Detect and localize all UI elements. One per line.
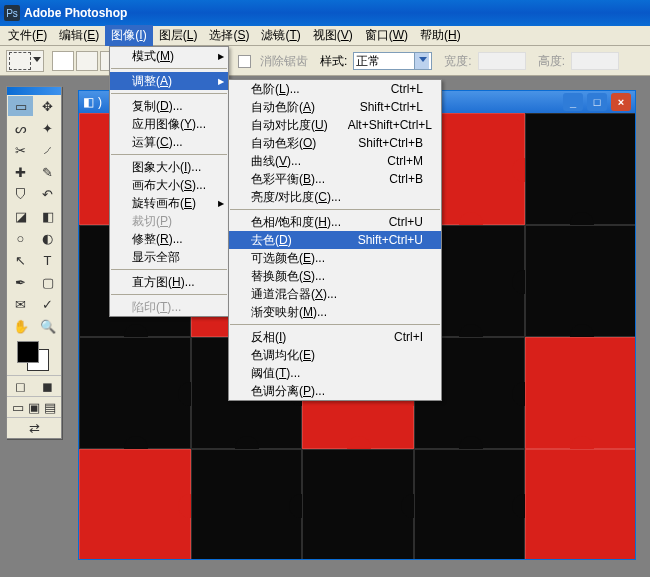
width-label: 宽度:: [444, 53, 471, 70]
height-input: [571, 52, 619, 70]
menu-帮助[interactable]: 帮助(H): [414, 25, 467, 46]
marquee-icon: [9, 52, 31, 70]
app-icon: Ps: [4, 5, 20, 21]
antialias-checkbox: [238, 55, 251, 68]
image-menu-调整[interactable]: 调整(A): [110, 72, 228, 76]
chevron-down-icon: [414, 53, 429, 69]
style-label: 样式:: [320, 53, 347, 70]
height-label: 高度:: [538, 53, 565, 70]
menu-图像[interactable]: 图像(I): [105, 25, 152, 46]
menu-窗口[interactable]: 窗口(W): [359, 25, 414, 46]
mode-new[interactable]: [52, 51, 74, 71]
menu-图层[interactable]: 图层(L): [153, 25, 204, 46]
app-title: Adobe Photoshop: [24, 6, 127, 20]
tool-preset[interactable]: [6, 50, 44, 72]
antialias-label: 消除锯齿: [260, 53, 308, 70]
mode-add[interactable]: [76, 51, 98, 71]
menu-文件[interactable]: 文件(F): [2, 25, 53, 46]
image-menu-模式[interactable]: 模式(M): [110, 47, 228, 65]
menubar: 文件(F)编辑(E)图像(I)图层(L)选择(S)滤镜(T)视图(V)窗口(W)…: [0, 26, 650, 46]
style-select[interactable]: 正常: [353, 52, 432, 70]
dropdown-arrow-icon: [33, 57, 41, 65]
style-value: 正常: [356, 53, 412, 70]
menu-编辑[interactable]: 编辑(E): [53, 25, 105, 46]
menu-选择[interactable]: 选择(S): [203, 25, 255, 46]
menu-滤镜[interactable]: 滤镜(T): [255, 25, 306, 46]
image-menu: 模式(M)调整(A)复制(D)...应用图像(Y)...运算(C)...图象大小…: [109, 46, 229, 76]
options-right: 消除锯齿 样式: 正常 宽度: 高度:: [238, 52, 619, 70]
titlebar: Ps Adobe Photoshop: [0, 0, 650, 26]
width-input: [478, 52, 526, 70]
menu-视图[interactable]: 视图(V): [307, 25, 359, 46]
